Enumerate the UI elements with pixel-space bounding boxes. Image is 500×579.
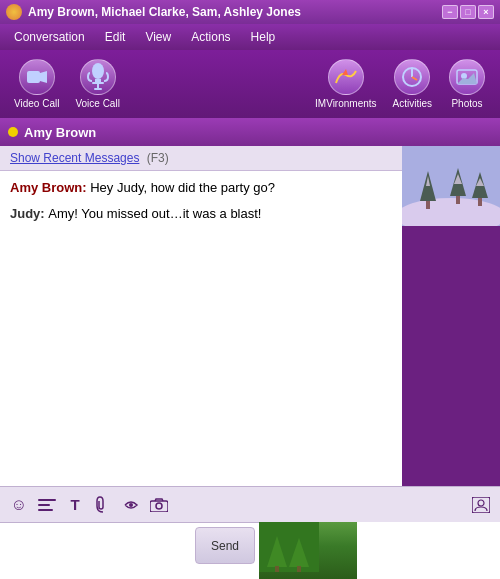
photos-icon xyxy=(449,59,485,95)
svg-rect-5 xyxy=(97,84,99,88)
emoji-button[interactable]: ☺ xyxy=(8,494,30,516)
maximize-button[interactable]: □ xyxy=(460,5,476,19)
title-bar: Amy Brown, Michael Clarke, Sam, Ashley J… xyxy=(0,0,500,24)
sender-judy: Judy: xyxy=(10,206,48,221)
nudge-button[interactable] xyxy=(120,494,142,516)
svg-point-37 xyxy=(478,500,484,506)
video-call-button[interactable]: Video Call xyxy=(8,55,65,113)
status-indicator xyxy=(8,127,18,137)
video-call-icon xyxy=(19,59,55,95)
svg-rect-31 xyxy=(38,504,50,506)
shortcut-hint: (F3) xyxy=(147,151,169,165)
side-image-top xyxy=(402,146,500,226)
video-call-label: Video Call xyxy=(14,98,59,109)
imvironments-button[interactable]: IMVironments xyxy=(309,55,383,113)
minimize-button[interactable]: − xyxy=(442,5,458,19)
voice-call-icon xyxy=(80,59,116,95)
side-panel xyxy=(402,146,500,486)
app-icon xyxy=(6,4,22,20)
activities-icon xyxy=(394,59,430,95)
contact-name: Amy Brown xyxy=(24,125,96,140)
svg-point-35 xyxy=(156,503,162,509)
menu-conversation[interactable]: Conversation xyxy=(4,27,95,47)
photos-label: Photos xyxy=(451,98,482,109)
photos-button[interactable]: Photos xyxy=(442,55,492,113)
sender-amy: Amy Brown: xyxy=(10,180,87,195)
message-row: Amy Brown: Hey Judy, how did the party g… xyxy=(10,179,392,197)
window-controls: − □ × xyxy=(442,5,494,19)
main-area: Show Recent Messages (F3) Amy Brown: Hey… xyxy=(0,146,500,486)
svg-rect-0 xyxy=(27,71,40,83)
chat-panel: Show Recent Messages (F3) Amy Brown: Hey… xyxy=(0,146,402,486)
svg-rect-29 xyxy=(402,146,500,226)
input-area: Send xyxy=(0,522,259,568)
show-recent-link[interactable]: Show Recent Messages xyxy=(10,151,139,165)
side-spacer xyxy=(402,226,500,486)
chat-messages: Amy Brown: Hey Judy, how did the party g… xyxy=(0,171,402,486)
svg-point-12 xyxy=(461,73,467,79)
input-toolbar: ☺ T xyxy=(0,486,500,522)
imvironments-label: IMVironments xyxy=(315,98,377,109)
message-row: Judy: Amy! You missed out…it was a blast… xyxy=(10,205,392,223)
activities-button[interactable]: Activities xyxy=(387,55,438,113)
window-title: Amy Brown, Michael Clarke, Sam, Ashley J… xyxy=(28,5,442,19)
svg-marker-1 xyxy=(40,71,47,83)
svg-rect-32 xyxy=(38,509,53,511)
menu-bar: Conversation Edit View Actions Help xyxy=(0,24,500,50)
svg-point-2 xyxy=(92,63,104,79)
contact-bar: Amy Brown xyxy=(0,118,500,146)
menu-actions[interactable]: Actions xyxy=(181,27,240,47)
svg-marker-13 xyxy=(457,73,477,84)
side-avatar-image xyxy=(259,522,357,579)
imvironments-icon xyxy=(328,59,364,95)
contact-card-button[interactable] xyxy=(470,494,492,516)
svg-rect-4 xyxy=(92,82,104,84)
attachment-button[interactable] xyxy=(92,494,114,516)
message-input[interactable] xyxy=(0,523,191,568)
input-area-wrapper: Send xyxy=(0,522,500,579)
camera-button[interactable] xyxy=(148,494,170,516)
svg-line-10 xyxy=(412,77,417,80)
svg-marker-7 xyxy=(342,69,348,75)
menu-edit[interactable]: Edit xyxy=(95,27,136,47)
voice-call-button[interactable]: Voice Call xyxy=(69,55,125,113)
show-recent-bar: Show Recent Messages (F3) xyxy=(0,146,402,171)
activities-label: Activities xyxy=(393,98,432,109)
message-text-2: Amy! You missed out…it was a blast! xyxy=(48,206,261,221)
font-button[interactable]: T xyxy=(64,494,86,516)
input-side-panel xyxy=(259,522,357,579)
close-button[interactable]: × xyxy=(478,5,494,19)
toolbar: Video Call Voice Call IMVironments xyxy=(0,50,500,118)
menu-help[interactable]: Help xyxy=(241,27,286,47)
menu-view[interactable]: View xyxy=(135,27,181,47)
svg-point-33 xyxy=(129,503,133,507)
svg-rect-30 xyxy=(38,499,56,501)
svg-rect-6 xyxy=(94,88,102,90)
send-button[interactable]: Send xyxy=(195,527,255,564)
message-text-1: Hey Judy, how did the party go? xyxy=(90,180,275,195)
voice-call-label: Voice Call xyxy=(75,98,119,109)
svg-rect-45 xyxy=(259,522,319,572)
chat-style-button[interactable] xyxy=(36,494,58,516)
